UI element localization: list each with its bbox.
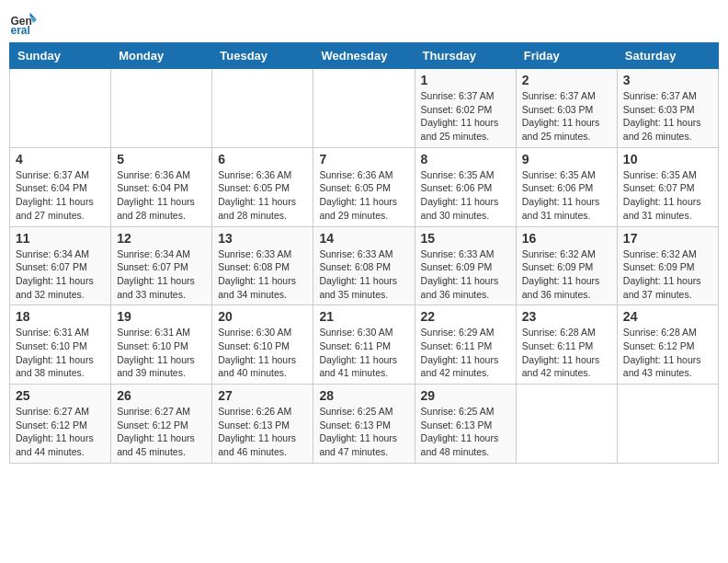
- day-info: Sunrise: 6:30 AM Sunset: 6:11 PM Dayligh…: [319, 326, 408, 380]
- weekday-header-tuesday: Tuesday: [212, 43, 313, 69]
- day-info: Sunrise: 6:31 AM Sunset: 6:10 PM Dayligh…: [117, 326, 206, 380]
- day-info: Sunrise: 6:35 AM Sunset: 6:06 PM Dayligh…: [522, 168, 611, 223]
- day-info: Sunrise: 6:37 AM Sunset: 6:02 PM Dayligh…: [421, 89, 510, 144]
- calendar-cell: 10Sunrise: 6:35 AM Sunset: 6:07 PM Dayli…: [617, 147, 718, 226]
- calendar-cell: 27Sunrise: 6:26 AM Sunset: 6:13 PM Dayli…: [212, 385, 313, 464]
- day-number: 24: [623, 309, 712, 324]
- calendar-cell: [111, 69, 212, 148]
- day-info: Sunrise: 6:34 AM Sunset: 6:07 PM Dayligh…: [117, 247, 206, 302]
- calendar-cell: 19Sunrise: 6:31 AM Sunset: 6:10 PM Dayli…: [111, 305, 212, 385]
- calendar-cell: 18Sunrise: 6:31 AM Sunset: 6:10 PM Dayli…: [10, 305, 111, 385]
- day-number: 26: [117, 388, 206, 403]
- day-info: Sunrise: 6:28 AM Sunset: 6:11 PM Dayligh…: [522, 326, 611, 380]
- day-info: Sunrise: 6:34 AM Sunset: 6:07 PM Dayligh…: [16, 247, 105, 302]
- calendar-cell: 12Sunrise: 6:34 AM Sunset: 6:07 PM Dayli…: [111, 226, 212, 305]
- day-info: Sunrise: 6:25 AM Sunset: 6:13 PM Dayligh…: [421, 405, 510, 459]
- day-info: Sunrise: 6:33 AM Sunset: 6:08 PM Dayligh…: [319, 247, 408, 302]
- day-info: Sunrise: 6:35 AM Sunset: 6:06 PM Dayligh…: [421, 168, 510, 223]
- day-info: Sunrise: 6:29 AM Sunset: 6:11 PM Dayligh…: [421, 326, 510, 380]
- calendar-cell: 13Sunrise: 6:33 AM Sunset: 6:08 PM Dayli…: [212, 226, 313, 305]
- weekday-header-sunday: Sunday: [10, 43, 111, 69]
- day-info: Sunrise: 6:35 AM Sunset: 6:07 PM Dayligh…: [623, 168, 712, 223]
- calendar-week-3: 11Sunrise: 6:34 AM Sunset: 6:07 PM Dayli…: [10, 226, 719, 305]
- weekday-header-thursday: Thursday: [415, 43, 516, 69]
- calendar-body: 1Sunrise: 6:37 AM Sunset: 6:02 PM Daylig…: [10, 69, 719, 464]
- weekday-header-saturday: Saturday: [617, 43, 718, 69]
- day-info: Sunrise: 6:36 AM Sunset: 6:05 PM Dayligh…: [319, 168, 408, 223]
- day-info: Sunrise: 6:30 AM Sunset: 6:10 PM Dayligh…: [218, 326, 307, 380]
- calendar-cell: 17Sunrise: 6:32 AM Sunset: 6:09 PM Dayli…: [617, 226, 718, 305]
- calendar-cell: 21Sunrise: 6:30 AM Sunset: 6:11 PM Dayli…: [313, 305, 415, 385]
- calendar-cell: 23Sunrise: 6:28 AM Sunset: 6:11 PM Dayli…: [516, 305, 617, 385]
- day-number: 10: [623, 152, 712, 167]
- logo: Gen eral: [9, 9, 39, 37]
- calendar-cell: 15Sunrise: 6:33 AM Sunset: 6:09 PM Dayli…: [415, 226, 516, 305]
- calendar-cell: 4Sunrise: 6:37 AM Sunset: 6:04 PM Daylig…: [10, 147, 111, 226]
- calendar-cell: 29Sunrise: 6:25 AM Sunset: 6:13 PM Dayli…: [415, 385, 516, 464]
- calendar-week-4: 18Sunrise: 6:31 AM Sunset: 6:10 PM Dayli…: [10, 305, 719, 385]
- calendar-cell: [617, 385, 718, 464]
- day-number: 25: [16, 388, 105, 403]
- calendar-cell: 8Sunrise: 6:35 AM Sunset: 6:06 PM Daylig…: [415, 147, 516, 226]
- day-number: 11: [16, 231, 105, 246]
- day-number: 5: [117, 152, 206, 167]
- day-number: 15: [421, 231, 510, 246]
- svg-text:eral: eral: [11, 24, 30, 37]
- calendar-cell: 7Sunrise: 6:36 AM Sunset: 6:05 PM Daylig…: [313, 147, 415, 226]
- calendar-cell: 22Sunrise: 6:29 AM Sunset: 6:11 PM Dayli…: [415, 305, 516, 385]
- day-number: 12: [117, 231, 206, 246]
- day-number: 6: [218, 152, 307, 167]
- calendar-cell: 24Sunrise: 6:28 AM Sunset: 6:12 PM Dayli…: [617, 305, 718, 385]
- calendar-table: SundayMondayTuesdayWednesdayThursdayFrid…: [9, 42, 719, 464]
- day-number: 8: [421, 152, 510, 167]
- day-number: 2: [522, 73, 611, 87]
- day-info: Sunrise: 6:32 AM Sunset: 6:09 PM Dayligh…: [522, 247, 611, 302]
- day-info: Sunrise: 6:33 AM Sunset: 6:09 PM Dayligh…: [421, 247, 510, 302]
- calendar-cell: 16Sunrise: 6:32 AM Sunset: 6:09 PM Dayli…: [516, 226, 617, 305]
- day-info: Sunrise: 6:27 AM Sunset: 6:12 PM Dayligh…: [16, 405, 105, 459]
- calendar-cell: 1Sunrise: 6:37 AM Sunset: 6:02 PM Daylig…: [415, 69, 516, 148]
- weekday-header-wednesday: Wednesday: [313, 43, 415, 69]
- day-number: 16: [522, 231, 611, 246]
- day-number: 9: [522, 152, 611, 167]
- calendar-cell: 11Sunrise: 6:34 AM Sunset: 6:07 PM Dayli…: [10, 226, 111, 305]
- calendar-cell: [10, 69, 111, 148]
- day-number: 7: [319, 152, 408, 167]
- day-info: Sunrise: 6:33 AM Sunset: 6:08 PM Dayligh…: [218, 247, 307, 302]
- day-info: Sunrise: 6:37 AM Sunset: 6:03 PM Dayligh…: [522, 89, 611, 144]
- day-number: 4: [16, 152, 105, 167]
- day-number: 23: [522, 309, 611, 324]
- day-info: Sunrise: 6:31 AM Sunset: 6:10 PM Dayligh…: [16, 326, 105, 380]
- day-number: 13: [218, 231, 307, 246]
- calendar-week-2: 4Sunrise: 6:37 AM Sunset: 6:04 PM Daylig…: [10, 147, 719, 226]
- day-info: Sunrise: 6:36 AM Sunset: 6:05 PM Dayligh…: [218, 168, 307, 223]
- calendar-cell: [516, 385, 617, 464]
- day-number: 17: [623, 231, 712, 246]
- calendar-cell: 28Sunrise: 6:25 AM Sunset: 6:13 PM Dayli…: [313, 385, 415, 464]
- day-number: 3: [623, 73, 712, 87]
- calendar-cell: 20Sunrise: 6:30 AM Sunset: 6:10 PM Dayli…: [212, 305, 313, 385]
- calendar-cell: 26Sunrise: 6:27 AM Sunset: 6:12 PM Dayli…: [111, 385, 212, 464]
- weekday-header-monday: Monday: [111, 43, 212, 69]
- calendar-cell: 9Sunrise: 6:35 AM Sunset: 6:06 PM Daylig…: [516, 147, 617, 226]
- calendar-week-1: 1Sunrise: 6:37 AM Sunset: 6:02 PM Daylig…: [10, 69, 719, 148]
- day-number: 14: [319, 231, 408, 246]
- day-number: 1: [421, 73, 510, 87]
- calendar-cell: 14Sunrise: 6:33 AM Sunset: 6:08 PM Dayli…: [313, 226, 415, 305]
- logo-icon: Gen eral: [9, 9, 37, 37]
- day-info: Sunrise: 6:28 AM Sunset: 6:12 PM Dayligh…: [623, 326, 712, 380]
- day-number: 28: [319, 388, 408, 403]
- day-number: 19: [117, 309, 206, 324]
- calendar-header: SundayMondayTuesdayWednesdayThursdayFrid…: [10, 43, 719, 69]
- calendar-cell: 25Sunrise: 6:27 AM Sunset: 6:12 PM Dayli…: [10, 385, 111, 464]
- calendar-cell: 2Sunrise: 6:37 AM Sunset: 6:03 PM Daylig…: [516, 69, 617, 148]
- page-header: Gen eral: [9, 9, 719, 37]
- day-info: Sunrise: 6:27 AM Sunset: 6:12 PM Dayligh…: [117, 405, 206, 459]
- day-info: Sunrise: 6:37 AM Sunset: 6:04 PM Dayligh…: [16, 168, 105, 223]
- day-info: Sunrise: 6:26 AM Sunset: 6:13 PM Dayligh…: [218, 405, 307, 459]
- day-number: 22: [421, 309, 510, 324]
- calendar-cell: 3Sunrise: 6:37 AM Sunset: 6:03 PM Daylig…: [617, 69, 718, 148]
- day-number: 20: [218, 309, 307, 324]
- day-number: 29: [421, 388, 510, 403]
- day-number: 27: [218, 388, 307, 403]
